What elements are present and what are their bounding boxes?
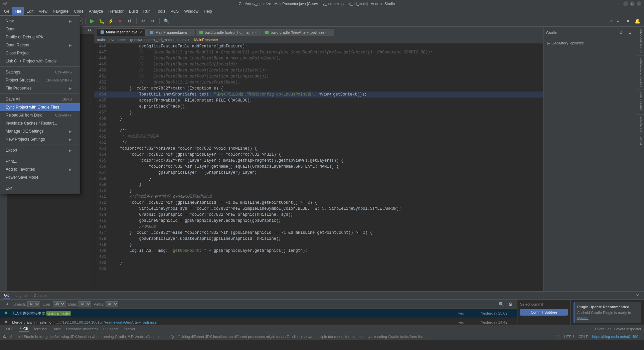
tab-build-gradle-patrol[interactable]: build.gradle (patrol_hd_main) ✕ [196, 29, 261, 36]
menu-analyze[interactable]: Analyze [86, 7, 106, 15]
menu-entry-invalidate-caches-restart-[interactable]: Invalidate Caches / Restart... [0, 119, 80, 127]
menu-entry-settings-[interactable]: Settings...Ctrl+Alt+S [0, 68, 80, 76]
search-everywhere-btn[interactable]: 🔍 [162, 17, 170, 25]
tab-build-gradle-geo[interactable]: build.gradle (GeoArtery_optimize) ✕ [262, 29, 334, 36]
gradle-refresh-btn[interactable]: ↺ [617, 29, 625, 37]
menu-entry-add-to-favorites[interactable]: Add to Favorites▶ [0, 165, 80, 173]
undo-button[interactable]: ↩ [139, 17, 147, 25]
git-settings-btn[interactable]: ⚙ [506, 300, 514, 308]
console-tab[interactable]: Console [33, 293, 49, 298]
bc-java[interactable]: java [109, 38, 116, 42]
menu-code[interactable]: Code [71, 7, 86, 15]
gradle-settings-btn[interactable]: ⚙ [626, 29, 634, 37]
tab-close-build-gradle-geo[interactable]: ✕ [328, 31, 330, 34]
git-refresh-btn[interactable]: ↺ [3, 300, 11, 308]
todo-tab[interactable]: TODO [3, 326, 16, 332]
menu-view[interactable]: View [36, 7, 50, 15]
layout-inspector-btn[interactable]: Layout Inspector [614, 327, 641, 331]
git-tab[interactable]: Git [3, 293, 10, 299]
menu-vcs[interactable]: VCS [168, 7, 182, 15]
menu-build[interactable]: Build [126, 7, 141, 15]
notifications-btn[interactable]: 🔔 [633, 17, 641, 25]
git-log-row-2[interactable]: Merge branch 'master' of http://192.168.… [0, 318, 517, 325]
menu-window[interactable]: Window [181, 7, 201, 15]
device-file-explorer-tab[interactable]: Device File Explorer [637, 114, 644, 148]
menu-entry-reload-all-from-disk[interactable]: Reload All from DiskCtrl+Alt+Y [0, 111, 80, 119]
tab-main-fragment[interactable]: MainFragment.java ✕ [146, 29, 195, 36]
menu-entry-print-[interactable]: Print... [0, 157, 80, 165]
tab-close-main-fragment[interactable]: ✕ [189, 31, 191, 34]
menu-entry-sync-project-with-gradle-files[interactable]: Sync Project with Gradle Files [0, 103, 80, 111]
terminal-tab[interactable]: Terminal [32, 326, 49, 332]
notification-1-link[interactable]: update [577, 316, 589, 320]
menu-file[interactable]: File [12, 7, 24, 15]
debug-button[interactable]: 🐛 [98, 17, 106, 25]
date-filter-select[interactable]: All [78, 301, 91, 307]
git-x-btn[interactable]: ✕ [624, 17, 632, 25]
menu-entry-exit[interactable]: Exit [0, 184, 80, 192]
branch-filter-select[interactable]: All [27, 301, 40, 307]
git-label: Git: [608, 19, 613, 23]
maximize-button[interactable]: □ [630, 1, 635, 6]
git-commit-link-2[interactable]: http://192.168.100.124:10010/r/Framework… [53, 320, 157, 324]
flutter-inspector-tab[interactable]: Flutter Inspector [637, 27, 644, 55]
menu-entry-new[interactable]: New▶ [0, 17, 80, 25]
menu-ge[interactable]: Ge [1, 7, 12, 15]
database-inspector-tab[interactable]: Database Inspector [65, 326, 99, 332]
git-check-btn[interactable]: ✓ [615, 17, 623, 25]
code-editor[interactable]: 446 geoSqliteFeatureTable.addFeature(gdb… [94, 43, 543, 291]
flutter-outline-tab[interactable]: Flutter Outline [637, 89, 644, 115]
bc-com[interactable]: com [119, 38, 126, 42]
menu-entry-profile-or-debug-apk[interactable]: Profile or Debug APK [0, 33, 80, 41]
redo-button[interactable]: ↪ [149, 17, 157, 25]
bc-mainpresenter[interactable]: MainPresenter [194, 38, 218, 42]
menu-entry-project-structure-[interactable]: Project Structure...Ctrl+Alt+Shift+S [0, 76, 80, 84]
logcat-tab[interactable]: 6: Logcat [102, 326, 120, 332]
menu-entry-link-c-project-with-gradle[interactable]: Link C++ Project with Gradle [0, 57, 80, 65]
menu-entry-new-projects-settings[interactable]: New Projects Settings▶ [0, 135, 80, 143]
flutter-performance-tab[interactable]: Flutter Performance [637, 55, 644, 89]
menu-entry-open-recent[interactable]: Open Recent▶ [0, 41, 80, 49]
menu-entry-file-properties[interactable]: File Properties▶ [0, 84, 80, 92]
menu-entry-save-all[interactable]: Save AllCtrl+S [0, 95, 80, 103]
menu-navigate[interactable]: Navigate [50, 7, 71, 15]
run-button[interactable]: ▶ [88, 17, 96, 25]
git-bottom-tab[interactable]: ⑂ Git [19, 326, 29, 332]
minimize-button[interactable]: ─ [623, 1, 628, 6]
menu-tools[interactable]: Tools [153, 7, 168, 15]
project-settings-btn[interactable]: ⚙ [88, 28, 91, 32]
menu-entry-manage-ide-settings[interactable]: Manage IDE Settings▶ [0, 127, 80, 135]
profiler-tab[interactable]: Profiler [122, 326, 137, 332]
user-filter-select[interactable]: All [53, 301, 65, 307]
tab-main-presenter[interactable]: MainPresenter.java ✕ [97, 28, 146, 36]
event-log-btn[interactable]: Event Log [595, 327, 612, 331]
paths-filter-select[interactable]: All [106, 301, 118, 307]
menu-entry-power-save-mode[interactable]: Power Save Mode [0, 173, 80, 181]
menu-help[interactable]: Help [201, 7, 215, 15]
menu-run[interactable]: Run [141, 7, 153, 15]
status-url[interactable]: https://blog.csdn.net/u01490... [592, 335, 641, 339]
tab-close-main-presenter[interactable]: ✕ [139, 30, 142, 34]
bc-main[interactable]: main [97, 38, 105, 42]
gradle-root-item[interactable]: ▶ GeoArtery_optimize [545, 40, 635, 46]
profile-button[interactable]: ⚡ [107, 17, 115, 25]
menu-entry-open-[interactable]: Open... [0, 25, 80, 33]
git-log-row-1[interactable]: 无人机图片挂接更改 origin & master wjx Yesterday … [0, 309, 517, 318]
bc-main2[interactable]: main [182, 38, 190, 42]
build-tab[interactable]: Build [51, 326, 62, 332]
stop-button[interactable]: ■ [116, 17, 124, 25]
bc-geostar[interactable]: geostar [130, 38, 143, 42]
menu-entry-export[interactable]: Export▶ [0, 146, 80, 154]
tab-close-build-gradle-patrol[interactable]: ✕ [255, 31, 257, 34]
menu-edit[interactable]: Edit [24, 7, 36, 15]
bc-ui[interactable]: ui [176, 38, 179, 42]
bc-patrol[interactable]: patrol_hd_main [146, 38, 172, 42]
close-button[interactable]: ✕ [637, 1, 641, 6]
bottom-close-btn[interactable]: ✕ [633, 292, 641, 300]
menu-entry-close-project[interactable]: Close Project [0, 49, 80, 57]
commit-button[interactable]: Commit Subtree [520, 309, 568, 316]
git-search-btn[interactable]: 🔍 [497, 300, 505, 308]
menu-refactor[interactable]: Refactor [106, 7, 126, 15]
sync-button[interactable]: ↺ [126, 17, 134, 25]
log-all-tab[interactable]: Log: all [14, 293, 28, 298]
